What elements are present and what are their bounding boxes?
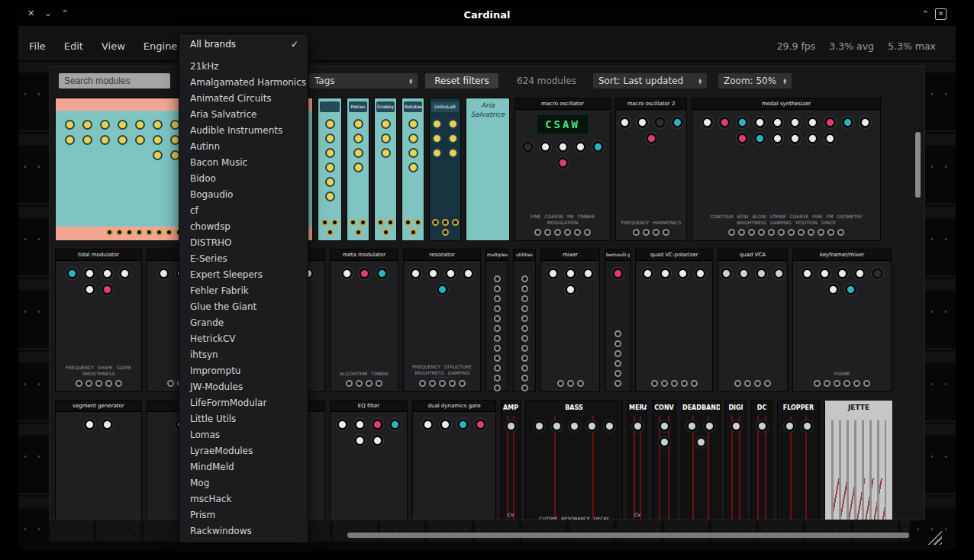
module-card-macro-oscillator[interactable]: macro oscillatorCSAWFINECOARSEFMTIMBREMO… [515,98,610,240]
brand-option[interactable]: LifeFormModular [179,395,308,411]
jack-icon [494,355,501,362]
brand-option[interactable]: Animated Circuits [179,91,308,107]
sort-select[interactable]: Sort: Last updated ▲▼ [593,73,707,89]
jack-icon [95,380,102,387]
module-title: macro oscillator [515,98,610,110]
menu-view[interactable]: View [102,40,125,52]
module-card-tidal-modulator[interactable]: tidal modulatorFREQUENCYSHAPESLOPESMOOTH… [56,249,141,391]
module-card-amp[interactable]: AMPCV [502,401,520,520]
brand-option[interactable]: Impromptu [179,363,308,379]
module-card-mixer[interactable]: mixer [541,249,599,391]
search-input[interactable] [59,73,170,89]
reset-filters-button[interactable]: Reset filters [425,73,498,89]
knob-icon [381,148,391,158]
brand-option[interactable]: Aria Salvatrice [179,107,308,123]
tags-select[interactable]: Tags ▲▼ [309,73,418,89]
module-card[interactable] [318,98,341,240]
module-card-rotatoes[interactable]: Rotatoes [402,98,424,240]
jack-icon [419,380,426,387]
module-card-flopper[interactable]: FLOPPERCV [778,401,819,520]
knob-icon [569,420,580,432]
module-card-bernoulli-gate[interactable]: bernoulli gate [605,249,630,391]
knob-icon [432,148,442,158]
jack-icon [449,380,456,387]
jack-icon [521,285,528,292]
module-card-modal-synthesizer[interactable]: modal synthesizerCONTOURBOWBLOWSTRIKECOA… [692,98,880,240]
brand-option[interactable]: LyraeModules [179,443,308,459]
vertical-scrollbar[interactable] [915,132,921,198]
jack-icon [136,229,143,236]
menu-edit[interactable]: Edit [64,40,83,52]
zoom-select[interactable]: Zoom: 50% ▲▼ [718,73,792,89]
perf-stat: 3.3% avg [829,40,874,52]
brand-option[interactable]: Audible Instruments [179,123,308,139]
module-card-grabby[interactable]: Grabby [375,98,396,240]
module-card-quad-vc-polarizer[interactable]: quad VC-polarizer [636,249,712,391]
titlebar-expand-icon[interactable]: ⌃ [922,9,929,20]
jack-icon [167,380,174,387]
module-card-eq-filter[interactable]: EQ filterFREQGAIN [331,401,407,520]
module-card-quad-vca[interactable]: quad VCA [718,249,787,391]
knob-icon [505,420,517,432]
module-card-bass[interactable]: BASSCUTOFFRESONANCEDECAYENVMODACCENT [526,401,622,520]
brand-option[interactable]: ihtsyn [179,347,308,363]
brand-option[interactable]: Little Utils [179,411,308,427]
module-card-pokies[interactable]: Pokies [347,98,369,240]
knob-icon [789,133,801,144]
menu-engine[interactable]: Engine [144,40,178,52]
brand-option[interactable]: MindMeld [179,459,308,475]
brand-option[interactable]: Bacon Music [179,155,308,171]
brand-option[interactable]: Bidoo [179,171,308,187]
module-card-keyframer-mixer[interactable]: keyframer/mixerFRAME [793,249,891,391]
knob-icon [381,134,391,143]
module-card-segment-generator[interactable]: segment generator [56,401,141,520]
horizontal-scrollbar[interactable] [347,533,909,538]
updown-arrows-icon: ▲▼ [698,78,701,84]
module-card-undular[interactable]: UnDuLaR [430,98,460,240]
module-card-deadband[interactable]: DEADBANDWIDTHGAP [682,401,720,520]
module-title: Grabby [376,101,395,112]
module-card-digi[interactable]: DIGICV [726,401,746,520]
brand-option[interactable]: Mog [179,475,308,491]
perf-stat: 29.9 fps [777,40,816,52]
knob-icon [65,120,75,130]
brand-option[interactable]: Fehler Fabrik [179,283,308,299]
module-card-dc[interactable]: DCANALOG [752,401,772,520]
module-title: DEADBAND [682,401,720,414]
brand-option[interactable]: Autinn [179,139,308,155]
brand-option[interactable]: Rackwindows [179,523,308,539]
module-card-multiples[interactable]: multiples [486,249,508,391]
module-card-mera[interactable]: MERACV [628,401,647,520]
jack-icon [350,219,356,226]
brand-option[interactable]: E-Series [179,251,308,267]
brand-option[interactable]: mscHack [179,491,308,507]
brand-option[interactable]: Lomas [179,427,308,443]
module-card-jette[interactable]: JETTE [825,401,892,520]
brand-option[interactable]: Expert Sleepers [179,267,308,283]
brand-option[interactable]: 21kHz [179,59,308,75]
titlebar-close-box-icon[interactable]: ✕ [935,8,947,20]
menu-file[interactable]: File [29,40,46,52]
brand-option[interactable]: cf [179,203,308,219]
brand-option[interactable]: HetrickCV [179,331,308,347]
brand-option[interactable]: Grande [179,315,308,331]
module-card-conv[interactable]: CONVCV [653,401,676,520]
brand-option[interactable]: Glue the Giant [179,299,308,315]
module-card-aria-salvatrice[interactable]: Aria Salvatrice [466,98,509,240]
brand-option-all[interactable]: All brands ✓ [179,34,308,53]
module-card-dual-dynamics-gate[interactable]: dual dynamics gate [413,401,495,520]
module-card-macro-oscillator-2[interactable]: macro oscillator 2FREQUENCYHARMONICS [616,98,686,240]
jack-icon [494,305,501,312]
brand-option[interactable]: Bogaudio [179,187,308,203]
panel-labels: FREQUENCYHARMONICS [616,220,686,227]
brand-option[interactable]: Amalgamated Harmonics [179,75,308,91]
brand-option[interactable]: chowdsp [179,219,308,235]
brand-option[interactable]: Prism [179,507,308,523]
brand-option[interactable]: JW-Modules [179,379,308,395]
knob-icon [789,117,801,128]
module-card-meta-modulator[interactable]: meta modulatorALGORITHMTIMBRE [331,249,398,391]
module-card-utilities[interactable]: utilities [514,249,535,391]
module-card-resonator[interactable]: resonatorFREQUENCYSTRUCTUREBRIGHTNESSDAM… [404,249,480,391]
brand-option[interactable]: DISTRHO [179,235,308,251]
knob-icon [325,119,335,129]
